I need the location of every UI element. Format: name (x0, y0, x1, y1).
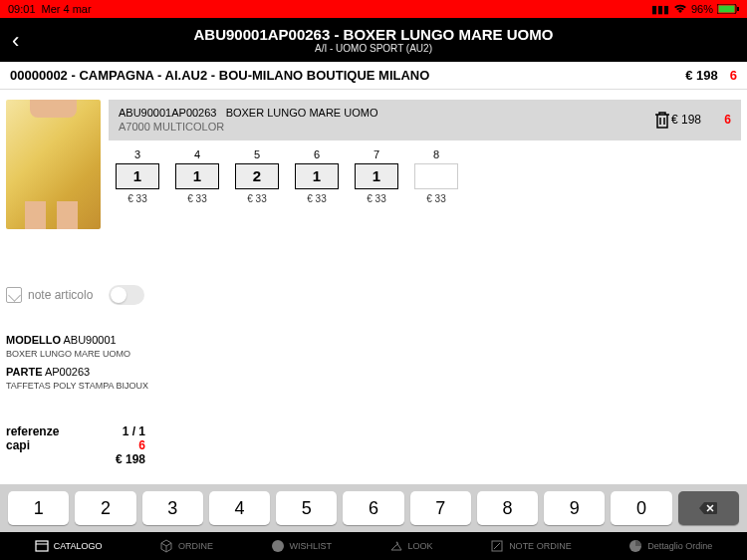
breadcrumb-qty: 6 (730, 68, 737, 83)
size-input[interactable] (414, 163, 458, 189)
size-price: € 33 (127, 193, 146, 204)
notes-row: note articolo (6, 285, 144, 305)
tab-look[interactable]: LOOK (389, 539, 433, 553)
svg-point-5 (272, 540, 284, 552)
product-price: € 198 (671, 113, 701, 127)
status-date: Mer 4 mar (42, 3, 92, 15)
tab-note-ordine[interactable]: NOTE ORDINE (490, 539, 572, 553)
parte-label: PARTE (6, 366, 42, 378)
size-input[interactable]: 2 (235, 163, 279, 189)
product-color: A7000 MULTICOLOR (119, 120, 377, 134)
size-label: 3 (134, 148, 140, 160)
keypad: 1 2 3 4 5 6 7 8 9 0 (0, 484, 747, 532)
key-9[interactable]: 9 (544, 491, 605, 525)
size-label: 8 (433, 148, 439, 160)
size-input[interactable]: 1 (295, 163, 339, 189)
battery-icon (717, 4, 739, 14)
key-backspace[interactable] (678, 491, 739, 525)
tab-label: LOOK (408, 541, 433, 551)
size-label: 7 (374, 148, 379, 160)
product-qty: 6 (724, 113, 731, 127)
tab-label: Dettaglio Ordine (647, 541, 712, 551)
key-8[interactable]: 8 (477, 491, 538, 525)
size-input[interactable]: 1 (175, 163, 219, 189)
header-title: ABU90001AP00263 - BOXER LUNGO MARE UOMO (194, 26, 554, 43)
notes-toggle[interactable] (109, 285, 144, 305)
key-1[interactable]: 1 (8, 491, 69, 525)
key-7[interactable]: 7 (410, 491, 471, 525)
size-price: € 33 (247, 193, 266, 204)
signal-icon: ▮▮▮ (651, 3, 669, 16)
edit-icon[interactable] (6, 287, 22, 303)
svg-rect-2 (737, 7, 739, 11)
svg-rect-3 (36, 541, 48, 551)
tab-catalogo[interactable]: CATALOGO (35, 539, 103, 553)
hanger-icon (389, 539, 403, 553)
ref-value: 1 / 1 (123, 424, 145, 438)
key-0[interactable]: 0 (611, 491, 671, 525)
size-price: € 33 (307, 193, 326, 204)
tab-label: NOTE ORDINE (509, 541, 572, 551)
modello-label: MODELLO (6, 334, 61, 346)
product-image[interactable] (6, 100, 101, 229)
wifi-icon (673, 4, 687, 14)
size-label: 6 (314, 148, 320, 160)
breadcrumb-price: € 198 (685, 68, 718, 83)
details-block: MODELLO ABU90001 BOXER LUNGO MARE UOMO P… (6, 333, 148, 393)
header-subtitle: A/I - UOMO SPORT (AU2) (315, 43, 432, 54)
key-5[interactable]: 5 (276, 491, 337, 525)
tab-dettaglio[interactable]: Dettaglio Ordine (628, 539, 712, 553)
key-4[interactable]: 4 (209, 491, 270, 525)
size-price: € 33 (187, 193, 206, 204)
tabbar: CATALOGO ORDINE WISHLIST LOOK NOTE ORDIN… (0, 532, 747, 560)
product-bar: ABU90001AP00263 BOXER LUNGO MARE UOMO A7… (109, 100, 741, 140)
key-2[interactable]: 2 (75, 491, 135, 525)
tab-label: WISHLIST (290, 541, 333, 551)
capi-label: capi (6, 438, 30, 452)
size-input[interactable]: 1 (116, 163, 159, 189)
tab-label: ORDINE (178, 541, 213, 551)
size-label: 5 (254, 148, 260, 160)
product-name: BOXER LUNGO MARE UOMO (226, 107, 378, 119)
notes-label: note articolo (28, 288, 93, 302)
summary-block: referenze1 / 1 capi6 € 198 (6, 424, 145, 466)
size-row: 31€ 33 41€ 33 52€ 33 61€ 33 71€ 33 8€ 33 (109, 148, 741, 204)
size-label: 4 (194, 148, 200, 160)
parte-value: AP00263 (45, 366, 90, 378)
breadcrumb: 00000002 - CAMPAGNA - AI.AU2 - BOU-MILAN… (0, 62, 747, 90)
size-price: € 33 (426, 193, 445, 204)
capi-value: 6 (138, 438, 145, 452)
circle-icon (271, 539, 285, 553)
catalog-icon (35, 539, 49, 553)
ref-label: referenze (6, 424, 59, 438)
battery-pct: 96% (691, 3, 713, 15)
box-icon (159, 539, 173, 553)
summary-total: € 198 (116, 452, 145, 466)
size-price: € 33 (367, 193, 385, 204)
product-code: ABU90001AP00263 (119, 107, 216, 119)
tab-ordine[interactable]: ORDINE (159, 539, 213, 553)
svg-rect-1 (719, 6, 735, 13)
key-3[interactable]: 3 (142, 491, 203, 525)
key-6[interactable]: 6 (343, 491, 403, 525)
tab-wishlist[interactable]: WISHLIST (271, 539, 333, 553)
note-icon (490, 539, 504, 553)
parte-desc: TAFFETAS POLY STAMPA BIJOUX (6, 380, 148, 393)
header: ‹ ABU90001AP00263 - BOXER LUNGO MARE UOM… (0, 18, 747, 62)
trash-icon[interactable] (653, 110, 671, 130)
pie-icon (628, 539, 642, 553)
modello-desc: BOXER LUNGO MARE UOMO (6, 348, 148, 361)
status-bar: 09:01 Mer 4 mar ▮▮▮ 96% (0, 0, 747, 18)
modello-value: ABU90001 (63, 334, 116, 346)
size-input[interactable]: 1 (355, 163, 398, 189)
tab-label: CATALOGO (54, 541, 103, 551)
status-time: 09:01 (8, 3, 36, 15)
breadcrumb-text: 00000002 - CAMPAGNA - AI.AU2 - BOU-MILAN… (10, 68, 429, 83)
back-button[interactable]: ‹ (12, 28, 19, 54)
